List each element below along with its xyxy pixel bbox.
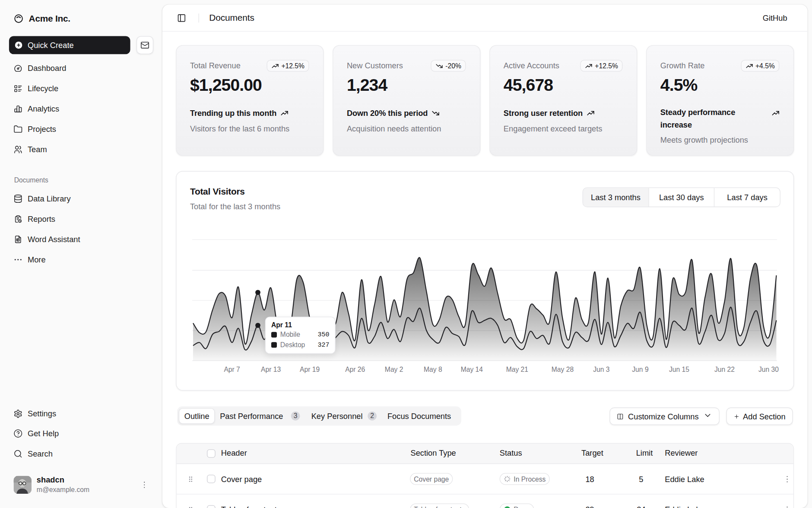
svg-text:Apr 13: Apr 13	[261, 366, 281, 373]
svg-text:Jun 3: Jun 3	[593, 366, 610, 373]
svg-text:Apr 7: Apr 7	[224, 366, 240, 373]
svg-text:May 8: May 8	[424, 366, 442, 373]
svg-text:May 14: May 14	[461, 366, 483, 373]
svg-text:Jun 30: Jun 30	[758, 366, 779, 373]
svg-text:Apr 19: Apr 19	[300, 366, 320, 373]
svg-text:May 2: May 2	[385, 366, 403, 373]
svg-text:Jun 22: Jun 22	[714, 366, 735, 373]
svg-text:May 28: May 28	[552, 366, 574, 373]
svg-text:Jun 9: Jun 9	[632, 366, 648, 373]
svg-text:Apr 26: Apr 26	[345, 366, 365, 373]
svg-text:May 21: May 21	[506, 366, 528, 373]
svg-text:Jun 15: Jun 15	[669, 366, 689, 373]
